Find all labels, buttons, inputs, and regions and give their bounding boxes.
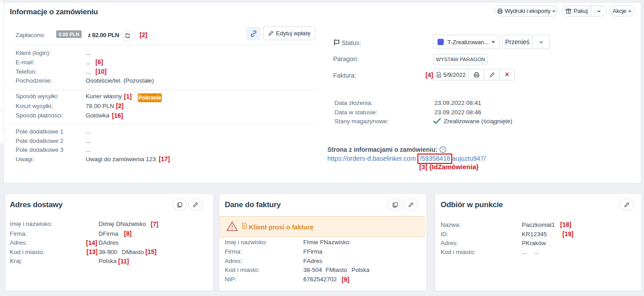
svg-text:?: ? xyxy=(442,147,444,152)
